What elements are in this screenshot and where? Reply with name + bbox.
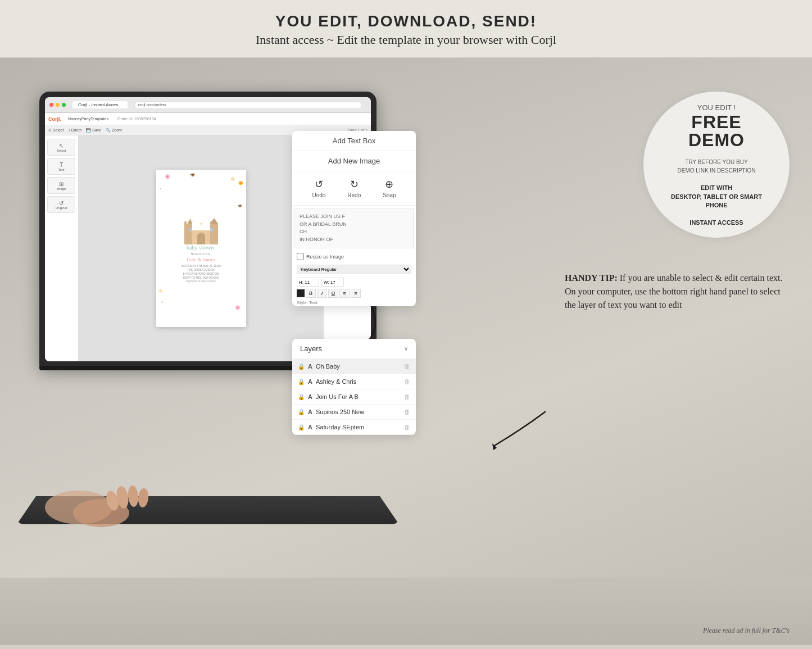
demo-you-edit: YOU EDIT ! <box>697 103 736 112</box>
toolbar-item-2: ↕ Direct <box>68 128 81 132</box>
desk-surface <box>0 578 812 645</box>
demo-demo-text: DEMO <box>688 131 745 149</box>
hands-area <box>34 440 247 552</box>
tool-original[interactable]: ↺ Original <box>47 196 75 213</box>
layer-item-saturday[interactable]: 🔒 A Saturday SEptem 🗑 <box>292 420 416 435</box>
svg-text:✦: ✦ <box>193 220 195 223</box>
card-date-text: SATURDAY 5TH MAY AT 11AM THE ROSE GARDEN… <box>181 264 220 283</box>
color-picker[interactable] <box>297 289 305 297</box>
svg-marker-10 <box>210 218 218 224</box>
tool-image[interactable]: ⊞ Image <box>47 177 75 194</box>
layers-chevron-icon[interactable]: ∨ <box>404 346 408 352</box>
redo-tool[interactable]: ↻ Redo <box>347 178 361 198</box>
delete-icon-1[interactable]: 🗑 <box>404 363 410 370</box>
card-honoring-text: HONORING <box>191 252 211 256</box>
height-input[interactable] <box>297 278 319 287</box>
select-icon: ↖ <box>59 143 63 149</box>
lock-icon-5: 🔒 <box>298 424 305 430</box>
lock-icon-3: 🔒 <box>298 394 305 400</box>
floating-panel: Add Text Box Add New Image ↺ Undo ↻ Redo… <box>292 131 416 306</box>
demo-free-text: FREE <box>691 113 741 131</box>
demo-try-text: TRY BEFORE YOU BUY DEMO LINK IN DESCRIPT… <box>678 158 756 175</box>
redo-icon: ↻ <box>350 178 359 190</box>
svg-marker-9 <box>188 218 192 224</box>
font-settings-row: Keyboard Regular <box>292 262 416 276</box>
layer-name-3: Join Us For A B <box>316 393 401 400</box>
underline-button[interactable]: U <box>328 289 338 298</box>
text-preview: PLEASE JOIN US F OR A BRIDAL BRUN CH IN … <box>294 208 414 248</box>
undo-icon: ↺ <box>315 178 323 190</box>
castle-illustration: ★ ✦ <box>182 214 221 244</box>
corjl-navbar: Corjl. NaocayPartyTemplates Order Id: 15… <box>45 113 371 125</box>
card-names-text: Cole & James <box>187 257 215 262</box>
corjl-store: NaocayPartyTemplates <box>68 117 108 121</box>
corjl-logo: Corjl. <box>48 116 61 122</box>
width-input[interactable] <box>321 278 344 287</box>
browser-minimize-btn[interactable] <box>56 103 60 107</box>
handy-tip-container: HANDY TIP: If you are unable to select &… <box>565 271 790 312</box>
fp-toolbar: ↺ Undo ↻ Redo ⊕ Snap <box>292 171 416 206</box>
align-center-button[interactable]: ≡ <box>351 289 361 298</box>
toolbar-item-4: 🔍 Zoom <box>106 128 122 133</box>
lock-icon-4: 🔒 <box>298 409 305 415</box>
demo-edit-with: EDIT WITH DESKTOP, TABLET OR SMART PHONE <box>660 184 773 210</box>
add-new-image-button[interactable]: Add New Image <box>292 151 416 171</box>
free-demo-circle: YOU EDIT ! FREE DEMO TRY BEFORE YOU BUY … <box>643 92 790 238</box>
tool-text[interactable]: T Text <box>47 158 75 175</box>
layer-type-1: A <box>308 363 312 370</box>
corjl-order: Order Id: 1509758194 <box>117 117 156 121</box>
delete-icon-2[interactable]: 🗑 <box>404 378 410 385</box>
card-baby-shower-text: baby shower <box>187 244 215 251</box>
demo-instant: INSTANT ACCESS <box>689 219 743 226</box>
image-icon: ⊞ <box>59 181 63 187</box>
corjl-canvas: 🌸 🦋 ✿ ❧ 🌼 ❧ 🌸 🦋 ✿ <box>79 135 323 361</box>
svg-text:★: ★ <box>199 222 202 225</box>
snap-tool[interactable]: ⊕ Snap <box>383 178 396 198</box>
add-text-box-button[interactable]: Add Text Box <box>292 131 416 151</box>
delete-icon-3[interactable]: 🗑 <box>404 393 410 400</box>
hands-svg <box>34 440 202 541</box>
svg-point-18 <box>138 488 149 507</box>
svg-rect-1 <box>184 224 192 244</box>
footer-text: Please read ad in full for T&C's <box>703 627 790 635</box>
layer-name-5: Saturday SEptem <box>316 424 401 430</box>
layer-type-3: A <box>308 393 312 400</box>
font-select[interactable]: Keyboard Regular <box>297 265 411 274</box>
layers-header: Layers ∨ <box>292 339 416 359</box>
style-label: Style: Text <box>292 299 416 306</box>
header-banner: YOU EDIT, DOWNLOAD, SEND! Instant access… <box>0 0 812 58</box>
resize-checkbox[interactable] <box>297 253 304 260</box>
svg-rect-2 <box>210 224 218 244</box>
delete-icon-5[interactable]: 🗑 <box>404 424 410 430</box>
format-row: B I U ≡ ≡ <box>292 288 416 299</box>
undo-tool[interactable]: ↺ Undo <box>312 178 325 198</box>
browser-close-btn[interactable] <box>49 103 53 107</box>
size-inputs <box>292 276 416 288</box>
layer-item-oh-baby[interactable]: 🔒 A Oh Baby 🗑 <box>292 359 416 374</box>
browser-chrome: Corjl - Instant Acces... corjl.com/order… <box>45 97 371 113</box>
layer-item-ashley-chris[interactable]: 🔒 A Ashley & Chris 🗑 <box>292 374 416 389</box>
main-content: Corjl - Instant Acces... corjl.com/order… <box>0 58 812 645</box>
handy-tip-bold: HANDY TIP: <box>565 273 618 283</box>
layer-item-join-us[interactable]: 🔒 A Join Us For A B 🗑 <box>292 389 416 405</box>
svg-rect-8 <box>210 228 213 232</box>
align-left-button[interactable]: ≡ <box>339 289 350 298</box>
browser-url-bar[interactable]: corjl.com/orders <box>134 101 362 109</box>
layer-type-5: A <box>308 424 312 430</box>
layer-name-2: Ashley & Chris <box>316 378 401 385</box>
tool-select[interactable]: ↖ Select <box>47 139 75 156</box>
original-icon: ↺ <box>59 200 63 206</box>
layer-item-supinos[interactable]: 🔒 A Supinos 250 New 🗑 <box>292 405 416 420</box>
layer-name-1: Oh Baby <box>316 363 401 370</box>
italic-button[interactable]: I <box>317 289 327 298</box>
browser-tab[interactable]: Corjl - Instant Acces... <box>72 101 128 108</box>
browser-maximize-btn[interactable] <box>62 103 66 107</box>
lock-icon-2: 🔒 <box>298 379 305 385</box>
toolbar-item-3: 💾 Save <box>86 128 101 133</box>
svg-point-17 <box>127 485 139 507</box>
bold-button[interactable]: B <box>306 289 316 298</box>
layers-panel: Layers ∨ 🔒 A Oh Baby 🗑 🔒 A Ashley & Chri… <box>292 339 416 435</box>
toolbar-item-1: ⊙ Select <box>48 128 63 133</box>
svg-rect-7 <box>189 228 192 232</box>
delete-icon-4[interactable]: 🗑 <box>404 409 410 415</box>
